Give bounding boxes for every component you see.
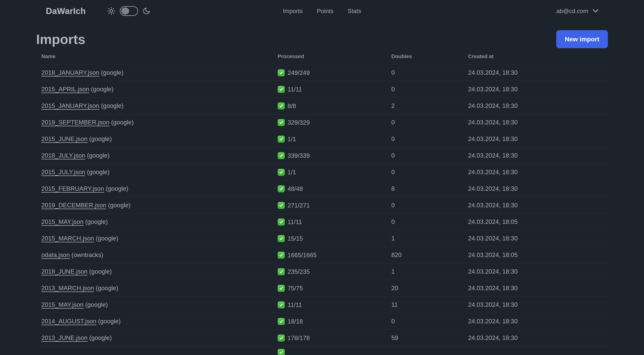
processed-value: 11/11 <box>288 301 302 309</box>
import-file-link[interactable]: 2019_SEPTEMBER.json <box>41 119 110 126</box>
theme-toggle-switch[interactable] <box>120 6 138 16</box>
main-nav: Imports Points Stats <box>283 0 361 22</box>
import-source: (google) <box>99 102 124 109</box>
table-row: 2013_JUNE.json (google)178/1785924.03.20… <box>36 330 608 346</box>
table-row: odata.json (owntracks)1665/166582024.03.… <box>36 247 608 263</box>
name-cell: 2013_JUNE.json (google) <box>36 330 272 346</box>
account-menu[interactable]: ab@cd.com <box>556 8 599 14</box>
import-source: (google) <box>88 334 112 341</box>
check-mark-icon <box>278 86 285 93</box>
table-row: 2018_JULY.json (google)339/339024.03.202… <box>36 147 608 164</box>
processed-value: 75/75 <box>288 285 303 292</box>
column-header-created-at: Created at <box>463 53 608 64</box>
import-file-link[interactable]: 2019_DECEMBER.json <box>41 202 106 209</box>
theme-toggle <box>107 6 150 16</box>
import-file-link[interactable]: 2015_MARCH.json <box>41 235 94 242</box>
processed-cell: 11/11 <box>272 81 386 98</box>
nav-link-points[interactable]: Points <box>317 8 333 14</box>
processed-value: 249/249 <box>288 69 310 76</box>
processed-cell: 271/271 <box>272 197 386 214</box>
import-file-link[interactable]: 2013_MARCH.json <box>41 285 94 292</box>
processed-cell: 11/11 <box>272 297 386 313</box>
page-title: Imports <box>36 32 85 47</box>
name-cell: 2015_MAY.json (google) <box>36 214 272 230</box>
doubles-value: 0 <box>386 313 463 330</box>
import-file-link[interactable]: 2015_JULY.json <box>41 169 85 175</box>
import-source: (google) <box>94 235 118 242</box>
doubles-value: 1 <box>386 263 463 280</box>
check-mark-icon <box>278 119 285 126</box>
import-source: (google) <box>84 301 108 308</box>
created-at-value: 24.03.2024, 18:30 <box>463 131 608 147</box>
nav-link-stats[interactable]: Stats <box>348 8 361 14</box>
doubles-value: 0 <box>386 214 463 230</box>
nav-link-imports[interactable]: Imports <box>283 8 303 14</box>
column-header-name: Name <box>36 53 272 64</box>
toggle-knob <box>121 7 129 14</box>
import-file-link[interactable]: 2015_JUNE.json <box>41 135 88 142</box>
table-row: 2014_AUGUST.json (google)18/18024.03.202… <box>36 313 608 330</box>
import-file-link[interactable]: 2014_AUGUST.json <box>41 318 96 325</box>
created-at-value: 24.03.2024, 18:30 <box>463 164 608 180</box>
import-file-link[interactable]: 2015_MAY.json <box>41 218 84 225</box>
created-at-value: 24.03.2024, 18:30 <box>463 64 608 81</box>
import-source: (google) <box>110 119 134 126</box>
processed-cell: 249/249 <box>272 64 386 81</box>
doubles-value: 0 <box>386 131 463 147</box>
table-row: 2015_APRIL.json (google)11/11024.03.2024… <box>36 81 608 98</box>
import-file-link[interactable]: 2015_JANUARY.json <box>41 102 99 109</box>
processed-cell: 18/18 <box>272 313 386 330</box>
import-file-link[interactable]: 2018_JULY.json <box>41 152 85 159</box>
import-file-link[interactable]: odata.json <box>41 251 70 258</box>
created-at-value: 24.03.2024, 18:30 <box>463 313 608 330</box>
table-row <box>36 346 608 355</box>
import-source: (google) <box>104 185 128 192</box>
created-at-value: 24.03.2024, 18:05 <box>463 247 608 263</box>
processed-value: 1/1 <box>288 169 296 176</box>
import-source: (google) <box>84 218 108 225</box>
check-mark-icon <box>278 69 285 76</box>
check-mark-icon <box>278 235 285 242</box>
table-row: 2015_JUNE.json (google)1/1024.03.2024, 1… <box>36 131 608 147</box>
table-row: 2019_DECEMBER.json (google)271/271024.03… <box>36 197 608 214</box>
name-cell: 2014_AUGUST.json (google) <box>36 313 272 330</box>
processed-value: 329/329 <box>288 119 310 126</box>
import-source: (owntracks) <box>70 251 103 258</box>
app-logo[interactable]: DaWarIch <box>46 6 86 16</box>
check-mark-icon <box>278 219 285 226</box>
name-cell: 2015_MARCH.json (google) <box>36 230 272 247</box>
import-file-link[interactable]: 2013_JUNE.json <box>41 334 88 341</box>
table-row: 2015_MARCH.json (google)15/15124.03.2024… <box>36 230 608 247</box>
new-import-button[interactable]: New import <box>556 30 608 48</box>
imports-table-body: 2018_JANUARY.json (google)249/249024.03.… <box>36 64 608 355</box>
doubles-value <box>386 346 463 355</box>
created-at-value: 24.03.2024, 18:30 <box>463 230 608 247</box>
doubles-value: 0 <box>386 164 463 180</box>
import-source: (google) <box>88 268 112 275</box>
check-mark-icon <box>278 102 285 109</box>
doubles-value: 0 <box>386 81 463 98</box>
processed-value: 1665/1665 <box>288 252 316 259</box>
check-mark-icon <box>278 252 285 259</box>
doubles-value: 2 <box>386 98 463 114</box>
moon-icon <box>142 7 150 15</box>
doubles-value: 0 <box>386 147 463 164</box>
import-file-link[interactable]: 2015_APRIL.json <box>41 86 89 93</box>
import-file-link[interactable]: 2015_MAY.json <box>41 301 84 308</box>
processed-value: 11/11 <box>288 219 302 226</box>
doubles-value: 0 <box>386 114 463 131</box>
name-cell: 2015_JULY.json (google) <box>36 164 272 180</box>
import-file-link[interactable]: 2015_FEBRUARY.json <box>41 185 104 192</box>
doubles-value: 8 <box>386 180 463 197</box>
import-file-link[interactable]: 2018_JUNE.json <box>41 268 88 275</box>
doubles-value: 20 <box>386 280 463 297</box>
import-file-link[interactable]: 2018_JANUARY.json <box>41 69 99 76</box>
processed-cell: 178/178 <box>272 330 386 346</box>
check-mark-icon <box>278 268 285 275</box>
check-mark-icon <box>278 301 285 309</box>
navbar: DaWarIch Imports Points <box>0 0 644 22</box>
name-cell: 2019_DECEMBER.json (google) <box>36 197 272 214</box>
processed-value: 271/271 <box>288 202 310 209</box>
imports-table: Name Processed Doubles Created at 2018_J… <box>36 53 608 355</box>
name-cell: 2018_JUNE.json (google) <box>36 263 272 280</box>
